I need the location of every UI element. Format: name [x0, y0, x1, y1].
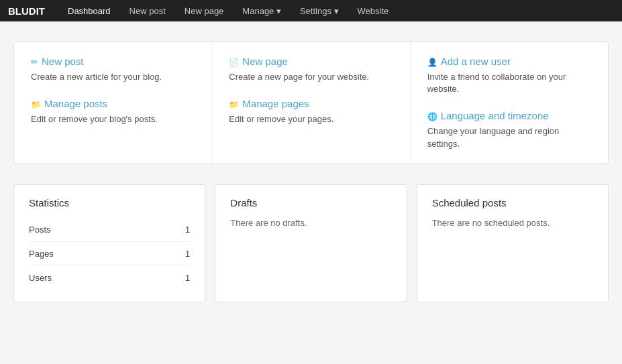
manage-pages-link[interactable]: Manage pages: [229, 98, 393, 109]
nav-website[interactable]: Website: [348, 0, 399, 21]
scheduled-panel: Scheduled posts There are no scheduled p…: [417, 184, 609, 302]
stat-row-pages: Pages 1: [29, 242, 190, 266]
stat-users-value: 1: [185, 273, 190, 283]
language-timezone-desc: Change your language and region settings…: [427, 125, 591, 149]
manage-pages-desc: Edit or remove your pages.: [229, 113, 393, 125]
brand-logo[interactable]: BLUDIT: [8, 5, 45, 17]
new-page-link[interactable]: New page: [229, 56, 393, 67]
stat-posts-label: Posts: [29, 225, 51, 235]
pencil-icon: [31, 56, 42, 67]
stat-users-label: Users: [29, 273, 52, 283]
drafts-title: Drafts: [230, 197, 391, 208]
add-user-link[interactable]: Add a new user: [427, 56, 591, 67]
main-content: New post Create a new article for your b…: [0, 21, 622, 316]
bottom-row: Statistics Posts 1 Pages 1 Users 1 Draft…: [13, 184, 609, 302]
add-user-desc: Invite a friend to collaborate on your w…: [427, 71, 591, 95]
manage-posts-desc: Edit or remove your blog's posts.: [31, 113, 195, 125]
navbar: BLUDIT Dashboard New post New page Manag…: [0, 0, 622, 21]
manage-posts-link[interactable]: Manage posts: [31, 98, 195, 109]
scheduled-title: Scheduled posts: [432, 197, 593, 208]
drafts-panel: Drafts There are no drafts.: [215, 184, 407, 302]
drafts-empty-msg: There are no drafts.: [230, 218, 391, 228]
new-post-desc: Create a new article for your blog.: [31, 71, 195, 83]
language-timezone-link[interactable]: Language and timezone: [427, 110, 591, 121]
nav-dashboard[interactable]: Dashboard: [58, 0, 120, 21]
folder-icon-2: [229, 98, 242, 109]
user-plus-icon: [427, 56, 441, 67]
statistics-title: Statistics: [29, 197, 190, 208]
nav-manage[interactable]: Manage ▾: [233, 0, 291, 21]
quick-actions-col-3: Add a new user Invite a friend to collab…: [411, 42, 608, 164]
stat-row-users: Users 1: [29, 266, 190, 290]
globe-icon: [427, 110, 441, 121]
nav-new-post[interactable]: New post: [120, 0, 175, 21]
new-page-desc: Create a new page for your website.: [229, 71, 393, 83]
folder-icon-1: [31, 98, 44, 109]
stat-posts-value: 1: [185, 225, 190, 235]
new-post-link[interactable]: New post: [31, 56, 195, 67]
stat-pages-label: Pages: [29, 249, 54, 259]
nav-settings[interactable]: Settings ▾: [291, 0, 348, 21]
stat-pages-value: 1: [185, 249, 190, 259]
stat-row-posts: Posts 1: [29, 218, 190, 242]
statistics-panel: Statistics Posts 1 Pages 1 Users 1: [13, 184, 205, 302]
file-icon: [229, 56, 242, 67]
scheduled-empty-msg: There are no scheduled posts.: [432, 218, 593, 228]
nav-new-page[interactable]: New page: [175, 0, 234, 21]
quick-actions-panel: New post Create a new article for your b…: [13, 42, 609, 164]
quick-actions-col-2: New page Create a new page for your webs…: [212, 42, 410, 164]
quick-actions-col-1: New post Create a new article for your b…: [14, 42, 212, 164]
